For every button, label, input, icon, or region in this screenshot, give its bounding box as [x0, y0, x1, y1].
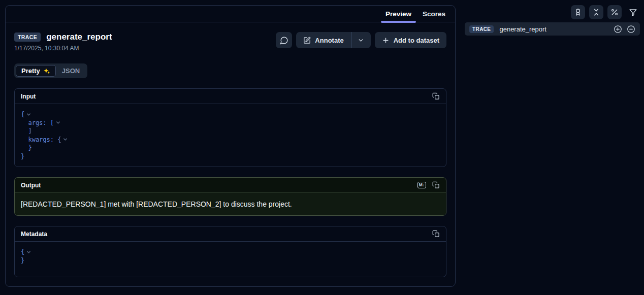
collapse-chevron-icon[interactable] — [55, 120, 61, 125]
expand-circle-icon[interactable] — [614, 25, 622, 34]
output-panel-title: Output — [21, 182, 41, 189]
add-to-dataset-button[interactable]: Add to dataset — [375, 32, 446, 48]
tab-scores[interactable]: Scores — [417, 6, 451, 22]
plus-icon — [382, 37, 390, 44]
award-icon — [574, 8, 582, 16]
markdown-toggle-icon[interactable]: M↓ — [417, 182, 426, 188]
copy-icon[interactable] — [432, 230, 440, 238]
annotate-button-label: Annotate — [315, 37, 343, 44]
metadata-json-view: { } — [15, 242, 446, 277]
tab-preview-label: Preview — [385, 10, 411, 18]
add-to-dataset-label: Add to dataset — [394, 37, 439, 44]
input-json-view: { args: [ ] kwargs: { } } — [15, 104, 446, 167]
toggle-json-label: JSON — [62, 67, 80, 75]
json-line: { — [21, 248, 24, 255]
trace-row-badge: TRACE — [469, 25, 494, 33]
annotate-dropdown-button[interactable] — [351, 32, 371, 48]
trace-timestamp: 1/17/2025, 10:30:04 AM — [14, 45, 112, 52]
tab-scores-label: Scores — [423, 10, 445, 18]
view-format-toggle: Pretty JSON — [14, 63, 87, 78]
json-line: ] — [21, 127, 32, 135]
toggle-json[interactable]: JSON — [56, 65, 86, 77]
json-line: args: [ — [21, 119, 54, 126]
output-content: [REDACTED_PERSON_1] met with [REDACTED_P… — [15, 193, 446, 215]
trace-header: TRACE generate_report 1/17/2025, 10:30:0… — [14, 32, 112, 52]
trace-tree-row[interactable]: TRACE generate_report — [465, 22, 640, 36]
json-line: } — [21, 144, 32, 151]
json-line: } — [21, 257, 24, 264]
filter-icon — [629, 8, 637, 17]
trace-type-badge: TRACE — [14, 32, 41, 42]
collapse-icon — [592, 8, 600, 16]
sidebar-toolbar — [571, 5, 640, 19]
sparkles-icon — [43, 68, 50, 75]
comment-icon — [280, 36, 288, 45]
tab-bar: Preview Scores — [6, 6, 455, 22]
comment-button[interactable] — [276, 32, 292, 48]
toggle-pretty[interactable]: Pretty — [16, 65, 56, 77]
collapse-chevron-icon[interactable] — [62, 137, 68, 142]
copy-icon[interactable] — [432, 92, 440, 100]
trace-detail-panel: Preview Scores TRACE generate_report 1/1… — [5, 5, 456, 287]
metadata-panel: Metadata { } — [14, 226, 446, 277]
tab-preview[interactable]: Preview — [380, 6, 417, 22]
metrics-button[interactable] — [607, 5, 622, 19]
collapse-chevron-icon[interactable] — [26, 249, 31, 255]
json-line: { — [21, 111, 24, 118]
input-panel: Input { args: [ ] kwargs: { } } — [14, 88, 446, 167]
collapse-all-button[interactable] — [589, 5, 603, 19]
active-tab-underline — [381, 21, 416, 23]
filter-button[interactable] — [626, 5, 640, 19]
percent-icon — [610, 8, 619, 16]
output-panel: Output M↓ [REDACTED_PERSON_1] met with [… — [14, 177, 446, 216]
input-panel-title: Input — [21, 93, 36, 100]
collapse-chevron-icon[interactable] — [26, 112, 31, 117]
json-line: kwargs: { — [21, 136, 61, 143]
toggle-pretty-label: Pretty — [21, 67, 40, 75]
json-line: } — [21, 153, 24, 160]
collapse-circle-icon[interactable] — [627, 25, 635, 34]
page-title: generate_report — [46, 32, 112, 42]
copy-icon[interactable] — [432, 181, 440, 189]
annotate-split-button: Annotate — [296, 32, 370, 48]
annotations-button[interactable] — [571, 5, 585, 19]
annotate-button[interactable]: Annotate — [296, 32, 350, 48]
edit-icon — [303, 37, 311, 44]
metadata-panel-title: Metadata — [21, 231, 47, 238]
trace-actions: Annotate Add to dataset — [276, 32, 446, 48]
trace-row-title: generate_report — [499, 25, 546, 33]
chevron-down-icon — [358, 37, 364, 44]
